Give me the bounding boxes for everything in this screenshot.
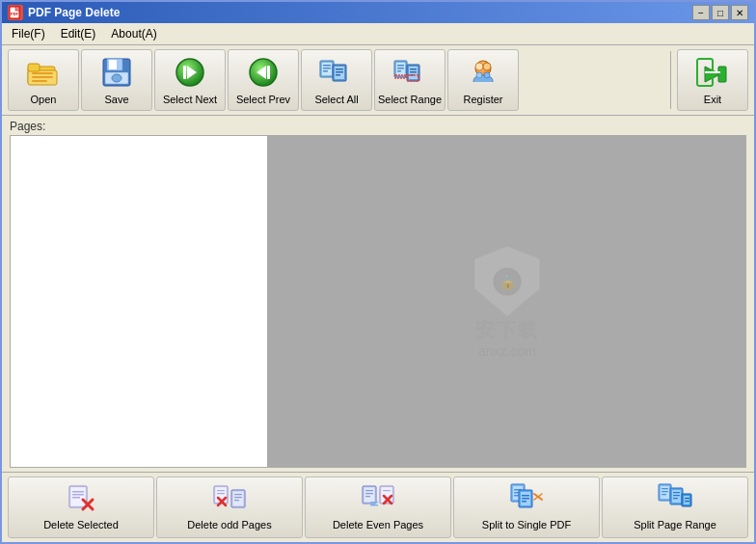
svg-rect-22 bbox=[323, 65, 331, 67]
register-icon bbox=[466, 57, 500, 91]
svg-point-43 bbox=[475, 63, 483, 70]
svg-rect-107 bbox=[685, 498, 689, 499]
svg-rect-90 bbox=[522, 495, 529, 497]
svg-rect-99 bbox=[662, 494, 666, 495]
exit-button[interactable]: Exit bbox=[677, 49, 748, 111]
delete-odd-button[interactable]: Delete odd Pages bbox=[156, 476, 303, 538]
delete-selected-label: Delete Selected bbox=[43, 519, 119, 531]
restore-button[interactable]: □ bbox=[712, 5, 729, 20]
svg-rect-104 bbox=[673, 498, 678, 499]
content-area: Pages: 🔒 安下载 anxz.com bbox=[2, 116, 754, 472]
svg-rect-62 bbox=[217, 490, 225, 491]
svg-rect-106 bbox=[684, 496, 689, 504]
app-icon: PDF bbox=[8, 5, 23, 20]
svg-rect-23 bbox=[323, 68, 331, 69]
select-next-label: Select Next bbox=[163, 94, 217, 106]
svg-rect-1 bbox=[15, 7, 19, 11]
split-single-button[interactable]: Split to Single PDF bbox=[453, 476, 600, 538]
title-bar-left: PDF PDF Page Delete bbox=[8, 5, 120, 20]
select-prev-button[interactable]: Select Prev bbox=[228, 49, 299, 111]
save-label: Save bbox=[104, 94, 128, 106]
svg-rect-16 bbox=[183, 66, 186, 79]
select-range-label: Select Range bbox=[378, 94, 442, 106]
menu-file[interactable]: File(F) bbox=[6, 25, 51, 42]
svg-rect-78 bbox=[383, 490, 391, 491]
delete-even-label: Delete Even Pages bbox=[333, 519, 423, 531]
svg-rect-32 bbox=[397, 65, 404, 67]
select-all-button[interactable]: Select All bbox=[301, 49, 372, 111]
window-title: PDF Page Delete bbox=[28, 6, 120, 19]
svg-text:PDF: PDF bbox=[11, 12, 19, 16]
select-all-label: Select All bbox=[314, 94, 358, 106]
split-range-icon bbox=[658, 482, 692, 516]
svg-rect-82 bbox=[370, 504, 378, 506]
pages-label: Pages: bbox=[2, 116, 754, 135]
svg-rect-108 bbox=[685, 501, 689, 502]
svg-rect-28 bbox=[336, 71, 343, 73]
pages-list[interactable] bbox=[10, 135, 268, 468]
svg-point-13 bbox=[112, 74, 122, 82]
select-next-button[interactable]: Select Next bbox=[154, 49, 226, 111]
select-prev-label: Select Prev bbox=[236, 94, 290, 106]
svg-rect-70 bbox=[234, 500, 239, 501]
svg-rect-102 bbox=[673, 492, 680, 493]
svg-rect-57 bbox=[72, 497, 80, 499]
close-button[interactable]: ✕ bbox=[731, 5, 748, 20]
menu-bar: File(F) Edit(E) About(A) bbox=[2, 23, 754, 45]
svg-rect-37 bbox=[410, 68, 417, 70]
svg-rect-19 bbox=[267, 66, 270, 79]
svg-rect-97 bbox=[662, 488, 668, 489]
svg-rect-63 bbox=[217, 493, 225, 494]
exit-icon bbox=[695, 57, 730, 91]
svg-rect-103 bbox=[673, 495, 680, 496]
delete-selected-icon bbox=[64, 482, 98, 516]
svg-rect-56 bbox=[72, 494, 84, 496]
svg-rect-68 bbox=[234, 494, 242, 495]
watermark: 🔒 安下载 anxz.com bbox=[473, 245, 541, 359]
select-all-icon bbox=[319, 57, 354, 91]
open-label: Open bbox=[31, 94, 57, 106]
svg-rect-34 bbox=[397, 70, 401, 72]
title-controls: − □ ✕ bbox=[692, 5, 748, 20]
svg-rect-6 bbox=[32, 72, 53, 74]
delete-even-button[interactable]: Delete Even Pages bbox=[305, 476, 451, 538]
preview-area: 🔒 安下载 anxz.com bbox=[268, 135, 746, 468]
svg-rect-38 bbox=[410, 71, 417, 73]
svg-rect-7 bbox=[32, 76, 53, 78]
register-button[interactable]: Register bbox=[447, 49, 519, 111]
save-button[interactable]: Save bbox=[81, 49, 152, 111]
delete-odd-label: Delete odd Pages bbox=[187, 519, 271, 531]
select-range-button[interactable]: Select Range bbox=[374, 49, 446, 111]
menu-edit[interactable]: Edit(E) bbox=[55, 25, 102, 42]
select-next-icon bbox=[175, 57, 205, 91]
watermark-sub: anxz.com bbox=[478, 343, 536, 359]
split-range-button[interactable]: Split Page Range bbox=[602, 476, 748, 538]
main-window: PDF PDF Page Delete − □ ✕ File(F) Edit(E… bbox=[0, 0, 756, 544]
svg-rect-81 bbox=[370, 502, 378, 503]
title-bar: PDF PDF Page Delete − □ ✕ bbox=[2, 2, 754, 23]
select-range-icon bbox=[392, 57, 427, 91]
svg-rect-98 bbox=[662, 491, 668, 492]
main-area: 🔒 安下载 anxz.com bbox=[10, 135, 746, 468]
svg-rect-69 bbox=[234, 497, 242, 498]
svg-rect-55 bbox=[72, 491, 84, 493]
delete-even-icon bbox=[361, 482, 395, 516]
split-single-icon bbox=[509, 482, 544, 516]
save-icon bbox=[101, 57, 132, 91]
svg-rect-91 bbox=[522, 498, 529, 500]
exit-label: Exit bbox=[704, 94, 721, 106]
svg-rect-101 bbox=[672, 490, 681, 503]
minimize-button[interactable]: − bbox=[692, 5, 710, 20]
svg-rect-73 bbox=[365, 490, 373, 491]
split-range-label: Split Page Range bbox=[634, 519, 716, 531]
menu-about[interactable]: About(A) bbox=[105, 25, 162, 42]
delete-selected-button[interactable]: Delete Selected bbox=[8, 476, 154, 538]
open-button[interactable]: Open bbox=[8, 49, 79, 111]
svg-rect-11 bbox=[109, 60, 117, 69]
bottom-toolbar: Delete Selected Delete od bbox=[2, 472, 754, 542]
svg-text:🔒: 🔒 bbox=[500, 274, 517, 290]
svg-rect-74 bbox=[365, 493, 373, 494]
svg-rect-96 bbox=[661, 486, 669, 499]
svg-rect-5 bbox=[28, 64, 40, 71]
delete-odd-icon bbox=[212, 482, 247, 516]
